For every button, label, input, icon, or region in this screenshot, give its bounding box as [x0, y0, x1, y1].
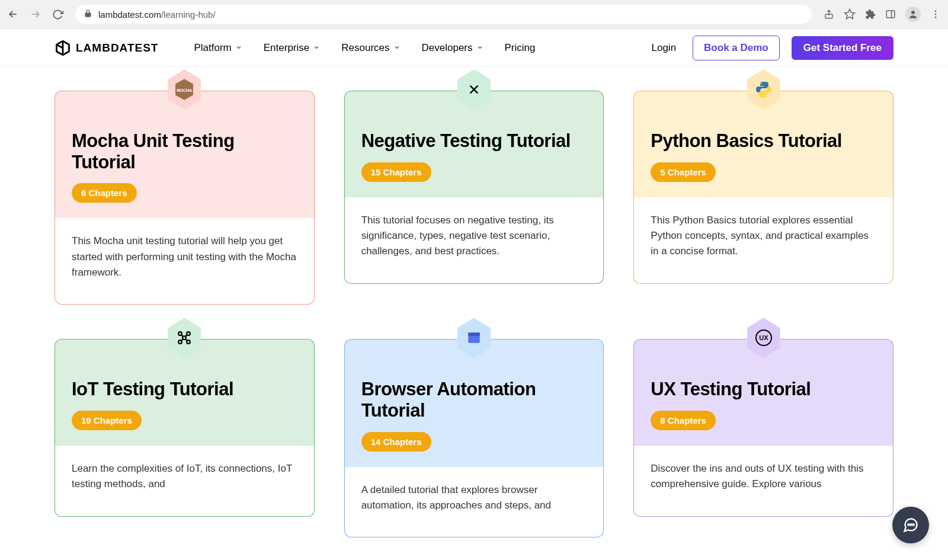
share-icon[interactable] — [824, 9, 834, 20]
card-desc: A detailed tutorial that explores browse… — [361, 482, 587, 514]
chat-icon — [902, 517, 919, 533]
card-title: Python Basics Tutorial — [651, 130, 876, 152]
browser-right-icons — [824, 7, 941, 22]
svg-point-28 — [910, 524, 911, 525]
logo-icon — [55, 40, 71, 56]
login-link[interactable]: Login — [651, 42, 676, 54]
logo[interactable]: LAMBDATEST — [55, 40, 158, 56]
svg-point-4 — [911, 11, 915, 14]
site-header: LAMBDATEST Platform Enterprise Resources… — [0, 29, 948, 67]
chapters-badge: 8 Chapters — [651, 411, 716, 430]
card-title: Negative Testing Tutorial — [361, 130, 587, 152]
nav-resources[interactable]: Resources — [341, 42, 400, 54]
card-desc: Learn the complexities of IoT, its conne… — [72, 461, 297, 492]
learning-hub-content: MOCHA Mocha Unit Testing Tutorial 6 Chap… — [0, 67, 948, 537]
chapters-badge: 15 Chapters — [361, 162, 431, 182]
book-demo-button[interactable]: Book a Demo — [693, 36, 780, 60]
main-nav: Platform Enterprise Resources Developers… — [194, 42, 535, 54]
chevron-down-icon — [476, 42, 483, 54]
browser-nav-buttons — [7, 8, 63, 20]
chevron-down-icon — [393, 42, 401, 54]
svg-point-13 — [766, 95, 767, 96]
address-bar[interactable]: lambdatest.com/learning-hub/ — [75, 5, 812, 24]
svg-point-17 — [187, 340, 190, 344]
tutorial-card-iot[interactable]: IoT Testing Tutorial 19 Chapters Learn t… — [55, 339, 315, 537]
mocha-icon: MOCHA — [168, 73, 201, 106]
extensions-icon[interactable] — [865, 9, 876, 20]
tutorial-card-python[interactable]: Python Basics Tutorial 5 Chapters This P… — [633, 91, 893, 305]
svg-line-20 — [186, 335, 187, 337]
star-icon[interactable] — [844, 8, 856, 20]
nav-enterprise[interactable]: Enterprise — [264, 42, 320, 54]
chapters-badge: 14 Chapters — [361, 432, 431, 452]
svg-rect-24 — [468, 333, 480, 336]
svg-text:UX: UX — [759, 334, 768, 341]
ux-icon: UX — [747, 321, 780, 354]
tutorial-card-negative[interactable]: Negative Testing Tutorial 15 Chapters Th… — [344, 91, 604, 305]
chapters-badge: 6 Chapters — [72, 183, 137, 203]
get-started-button[interactable]: Get Started Free — [792, 36, 893, 60]
url-text: lambdatest.com/learning-hub/ — [98, 9, 216, 20]
svg-rect-2 — [886, 11, 895, 18]
svg-point-16 — [178, 340, 182, 344]
chevron-down-icon — [235, 42, 242, 54]
svg-point-18 — [182, 336, 186, 340]
tutorial-card-browser-automation[interactable]: Browser Automation Tutorial 14 Chapters … — [344, 339, 604, 537]
card-desc: This Mocha unit testing tutorial will he… — [72, 233, 297, 280]
profile-icon[interactable] — [905, 7, 921, 22]
card-desc: Discover the ins and outs of UX testing … — [651, 461, 876, 492]
side-panel-icon[interactable] — [885, 9, 896, 20]
svg-point-15 — [187, 332, 190, 335]
svg-marker-1 — [845, 9, 855, 19]
card-desc: This tutorial focuses on negative testin… — [361, 213, 587, 260]
svg-point-27 — [908, 524, 909, 525]
svg-point-14 — [178, 332, 182, 335]
card-title: UX Testing Tutorial — [651, 379, 876, 400]
nav-developers[interactable]: Developers — [422, 42, 483, 54]
svg-point-12 — [761, 83, 762, 84]
browser-window-icon — [457, 321, 491, 354]
svg-point-6 — [935, 14, 937, 15]
card-desc: This Python Basics tutorial explores ess… — [651, 213, 876, 260]
forward-icon[interactable] — [30, 8, 41, 20]
card-title: Browser Automation Tutorial — [361, 379, 587, 421]
menu-dots-icon[interactable] — [930, 9, 941, 20]
reload-icon[interactable] — [52, 9, 63, 20]
logo-text: LAMBDATEST — [76, 41, 158, 55]
svg-line-19 — [182, 335, 183, 337]
chevron-down-icon — [313, 42, 320, 54]
iot-icon — [168, 321, 201, 354]
back-icon[interactable] — [7, 8, 19, 20]
nav-pricing[interactable]: Pricing — [505, 42, 536, 54]
python-icon — [747, 73, 780, 106]
card-title: Mocha Unit Testing Tutorial — [72, 130, 297, 172]
svg-point-29 — [913, 524, 914, 525]
tutorial-card-mocha[interactable]: MOCHA Mocha Unit Testing Tutorial 6 Chap… — [55, 91, 315, 305]
chapters-badge: 5 Chapters — [651, 162, 716, 182]
tutorial-card-ux[interactable]: UX UX Testing Tutorial 8 Chapters Discov… — [633, 339, 893, 537]
x-icon — [457, 73, 491, 106]
svg-text:MOCHA: MOCHA — [177, 88, 193, 92]
card-title: IoT Testing Tutorial — [72, 379, 297, 400]
chapters-badge: 19 Chapters — [72, 411, 142, 430]
browser-chrome: lambdatest.com/learning-hub/ — [0, 0, 948, 29]
lock-icon — [84, 9, 92, 20]
svg-point-5 — [935, 10, 937, 12]
svg-line-21 — [182, 340, 183, 341]
nav-platform[interactable]: Platform — [194, 42, 242, 54]
svg-point-7 — [935, 17, 937, 18]
svg-line-22 — [186, 340, 187, 341]
